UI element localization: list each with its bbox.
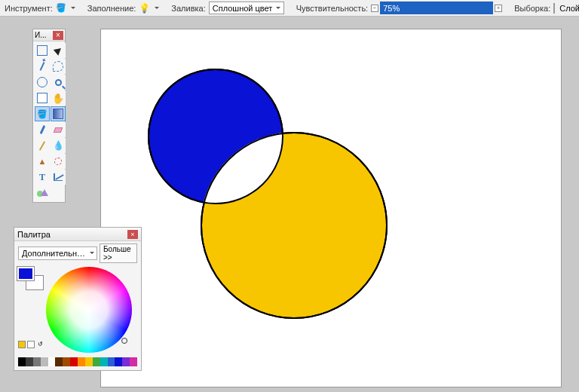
tool-move[interactable] — [51, 43, 66, 58]
options-toolbar: Инструмент: 🪣 Заполнение: 💡 Заливка: Спл… — [0, 0, 579, 17]
tool-paintbrush[interactable] — [35, 122, 50, 137]
tool-gradient[interactable] — [51, 106, 66, 121]
fill-dropdown-caret[interactable] — [155, 7, 159, 11]
palette-color[interactable] — [93, 357, 100, 366]
sample-value: Слой — [559, 4, 579, 13]
scheme-dropdown[interactable]: Дополнительн… — [18, 247, 97, 260]
tool-line-curve[interactable] — [51, 170, 66, 185]
sample-label: Выборка: — [514, 4, 550, 13]
close-icon[interactable]: × — [127, 230, 138, 239]
recent-color-1[interactable] — [18, 341, 26, 348]
wheel-cursor-icon — [121, 338, 127, 344]
palette-color[interactable] — [122, 357, 130, 366]
palette-color[interactable] — [26, 357, 33, 366]
palette-title: Палитра — [17, 230, 51, 239]
more-button[interactable]: Больше >> — [100, 243, 137, 263]
tool-paint-bucket[interactable]: 🪣 — [35, 106, 50, 121]
tool-text[interactable]: T — [35, 170, 50, 185]
tool-clone-stamp[interactable]: ▲ — [35, 154, 50, 169]
palette-color[interactable] — [100, 357, 108, 366]
toolbox-panel: И... × ✋ 🪣 💧 ▲ T — [32, 29, 66, 203]
palette-color[interactable] — [48, 357, 56, 366]
tool-color-picker[interactable]: 💧 — [51, 138, 66, 153]
swap-icon[interactable]: ↺ — [36, 341, 44, 348]
palette-color[interactable] — [63, 357, 70, 366]
sensitivity-minus[interactable]: − — [371, 5, 378, 12]
sensitivity-plus[interactable]: + — [495, 5, 502, 12]
tool-pencil[interactable] — [35, 138, 50, 153]
palette-color[interactable] — [33, 357, 41, 366]
palette-color[interactable] — [115, 357, 122, 366]
tool-ellipse-select[interactable] — [35, 75, 50, 90]
palette-panel: Палитра × Дополнительн… Больше >> ↺ — [14, 227, 142, 371]
palette-color[interactable] — [108, 357, 115, 366]
tool-shapes[interactable] — [35, 185, 50, 201]
palette-color[interactable] — [130, 357, 137, 366]
tool-hand[interactable]: ✋ — [51, 90, 66, 106]
palette-color[interactable] — [70, 357, 78, 366]
palette-color[interactable] — [78, 357, 85, 366]
tool-heal[interactable] — [51, 154, 66, 169]
yellow-circle-outline — [201, 132, 388, 319]
tool-dropdown-caret[interactable] — [71, 7, 75, 11]
tool-magic-wand[interactable] — [35, 59, 50, 74]
sensitivity-label: Чувствительность: — [296, 4, 368, 13]
palette-color[interactable] — [41, 357, 48, 366]
tool-zoom[interactable] — [51, 75, 66, 90]
tool-pan[interactable] — [35, 90, 50, 106]
toolbox-title: И... — [35, 31, 47, 39]
sensitivity-slider[interactable]: 75% — [380, 2, 493, 14]
color-wheel[interactable] — [46, 267, 132, 353]
canvas[interactable] — [100, 29, 562, 387]
fill-label: Заполнение: — [87, 4, 136, 13]
close-icon[interactable]: × — [53, 31, 63, 40]
palette-strip[interactable] — [18, 357, 137, 366]
tool-lasso[interactable] — [51, 59, 66, 74]
palette-color[interactable] — [18, 357, 26, 366]
palette-color[interactable] — [55, 357, 63, 366]
palette-color[interactable] — [85, 357, 93, 366]
sample-swatch-icon[interactable] — [553, 3, 555, 14]
tool-label: Инструмент: — [5, 4, 53, 13]
tool-eraser[interactable] — [51, 122, 66, 137]
filltype-dropdown[interactable]: Сплошной цвет — [209, 2, 284, 14]
primary-color[interactable] — [17, 267, 34, 280]
bulb-icon[interactable]: 💡 — [139, 2, 150, 14]
recent-color-2[interactable] — [27, 341, 35, 348]
paint-bucket-icon[interactable]: 🪣 — [56, 2, 66, 14]
filltype-label: Заливка: — [171, 4, 205, 13]
